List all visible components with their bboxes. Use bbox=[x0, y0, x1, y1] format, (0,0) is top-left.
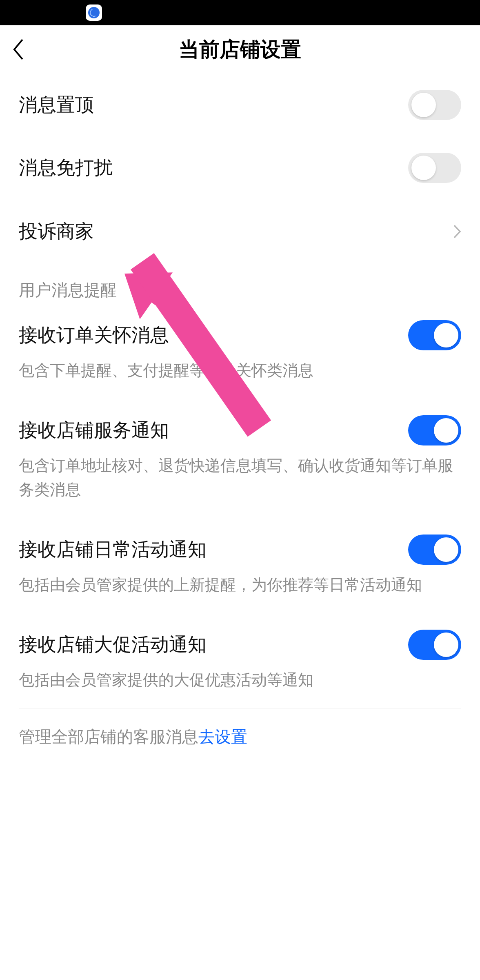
row-pin-top: 消息置顶 bbox=[19, 74, 461, 136]
status-bar bbox=[0, 0, 480, 25]
label-order-care: 接收订单关怀消息 bbox=[19, 323, 169, 348]
toggle-promo-activity[interactable] bbox=[408, 630, 461, 660]
toggle-pin-top[interactable] bbox=[408, 90, 461, 120]
footer-manage-all: 管理全部店铺的客服消息去设置 bbox=[19, 708, 461, 765]
toggle-dnd[interactable] bbox=[408, 153, 461, 183]
row-daily-activity: 接收店铺日常活动通知 bbox=[19, 518, 461, 573]
settings-list: 消息置顶 消息免打扰 投诉商家 用户消息提醒 接收订单关怀消息 包含下单提醒、支… bbox=[0, 74, 480, 765]
toggle-daily-activity[interactable] bbox=[408, 535, 461, 565]
chevron-left-icon bbox=[12, 39, 24, 60]
section-header-user-messages: 用户消息提醒 bbox=[19, 264, 461, 304]
row-order-care: 接收订单关怀消息 bbox=[19, 304, 461, 359]
chevron-right-icon bbox=[453, 225, 461, 238]
row-dnd: 消息免打扰 bbox=[19, 136, 461, 199]
desc-service-notice: 包含订单地址核对、退货快递信息填写、确认收货通知等订单服务类消息 bbox=[19, 454, 461, 518]
nav-header: 当前店铺设置 bbox=[0, 25, 480, 74]
row-complain[interactable]: 投诉商家 bbox=[19, 199, 461, 264]
globe-app-icon bbox=[86, 4, 102, 21]
label-dnd: 消息免打扰 bbox=[19, 155, 113, 180]
page-title: 当前店铺设置 bbox=[0, 36, 480, 63]
toggle-service-notice[interactable] bbox=[408, 415, 461, 445]
row-promo-activity: 接收店铺大促活动通知 bbox=[19, 613, 461, 668]
desc-daily-activity: 包括由会员管家提供的上新提醒，为你推荐等日常活动通知 bbox=[19, 573, 461, 613]
desc-order-care: 包含下单提醒、支付提醒等订单关怀类消息 bbox=[19, 359, 461, 399]
back-button[interactable] bbox=[0, 25, 37, 74]
label-complain: 投诉商家 bbox=[19, 219, 94, 244]
label-daily-activity: 接收店铺日常活动通知 bbox=[19, 537, 207, 562]
label-pin-top: 消息置顶 bbox=[19, 92, 94, 118]
footer-prefix: 管理全部店铺的客服消息 bbox=[19, 728, 198, 746]
toggle-order-care[interactable] bbox=[408, 320, 461, 350]
footer-link-settings[interactable]: 去设置 bbox=[198, 728, 247, 746]
label-promo-activity: 接收店铺大促活动通知 bbox=[19, 632, 207, 657]
row-service-notice: 接收店铺服务通知 bbox=[19, 399, 461, 454]
label-service-notice: 接收店铺服务通知 bbox=[19, 418, 169, 443]
desc-promo-activity: 包括由会员管家提供的大促优惠活动等通知 bbox=[19, 668, 461, 708]
